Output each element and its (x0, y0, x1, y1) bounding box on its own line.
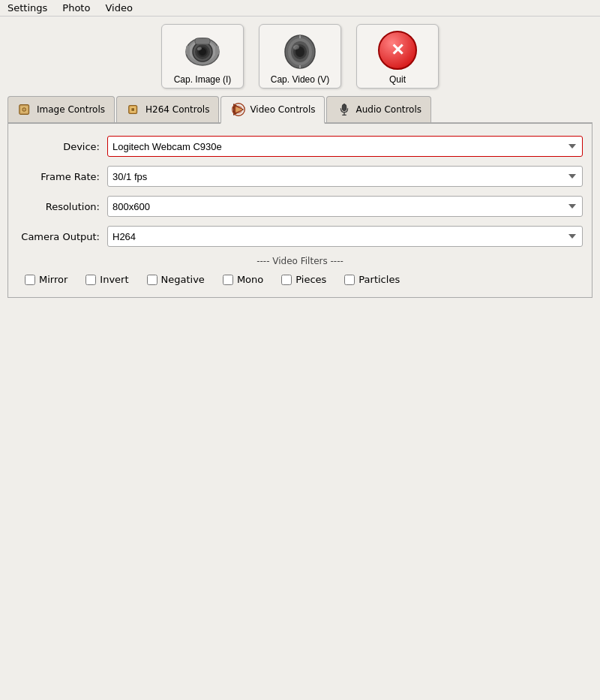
quit-label: Quit (389, 74, 406, 85)
tab-h264-controls-label: H264 Controls (146, 104, 209, 115)
cap-image-icon (182, 29, 224, 71)
frame-rate-select[interactable]: 30/1 fps (107, 166, 583, 187)
tab-image-controls-label: Image Controls (37, 104, 105, 115)
invert-checkbox[interactable] (86, 275, 96, 285)
main-content: Cap. Image (I) (0, 17, 600, 305)
tab-image-controls[interactable]: Image Controls (8, 96, 115, 122)
cap-image-label: Cap. Image (I) (174, 74, 232, 85)
resolution-label: Resolution: (17, 201, 107, 212)
video-controls-icon (230, 101, 247, 118)
cap-video-button[interactable]: Cap. Video (V) (259, 24, 341, 89)
svg-rect-24 (131, 108, 134, 111)
controls-panel: Device: Logitech Webcam C930e Frame Rate… (8, 124, 592, 298)
frame-rate-row: Frame Rate: 30/1 fps (17, 166, 583, 187)
tabs: Image Controls H264 Controls Video Contr… (8, 96, 592, 124)
particles-label: Particles (358, 274, 400, 285)
mirror-checkbox[interactable] (25, 275, 35, 285)
resolution-select[interactable]: 800x600 (107, 196, 583, 217)
video-filters-title: ---- Video Filters ---- (17, 256, 583, 266)
mono-checkbox[interactable] (223, 275, 233, 285)
mirror-label: Mirror (39, 274, 68, 285)
pieces-label: Pieces (296, 274, 326, 285)
cap-image-button[interactable]: Cap. Image (I) (161, 24, 244, 89)
menu-photo[interactable]: Photo (58, 1, 94, 15)
h264-controls-icon (126, 101, 142, 118)
filter-pieces: Pieces (281, 274, 326, 285)
tab-h264-controls[interactable]: H264 Controls (116, 96, 219, 122)
device-label: Device: (17, 141, 107, 152)
svg-point-29 (343, 104, 347, 111)
mono-label: Mono (237, 274, 263, 285)
device-row: Device: Logitech Webcam C930e (17, 136, 583, 157)
camera-output-label: Camera Output: (17, 231, 107, 242)
negative-checkbox[interactable] (147, 275, 158, 285)
tab-video-controls[interactable]: Video Controls (220, 96, 325, 124)
svg-point-21 (22, 108, 26, 111)
menu-settings[interactable]: Settings (3, 1, 52, 15)
tab-audio-controls[interactable]: Audio Controls (326, 96, 431, 122)
resolution-row: Resolution: 800x600 (17, 196, 583, 217)
menu-video[interactable]: Video (100, 1, 136, 15)
svg-rect-9 (215, 46, 219, 55)
filter-negative: Negative (147, 274, 205, 285)
filters-row: Mirror Invert Negative Mono (17, 274, 583, 285)
filter-invert: Invert (86, 274, 128, 285)
quit-icon: ✕ (376, 29, 418, 71)
image-controls-icon (17, 101, 34, 118)
svg-rect-7 (195, 38, 210, 44)
cap-video-label: Cap. Video (V) (271, 74, 330, 85)
camera-output-row: Camera Output: H264 (17, 226, 583, 247)
frame-rate-label: Frame Rate: (17, 171, 107, 182)
menubar: Settings Photo Video (0, 0, 600, 17)
negative-label: Negative (161, 274, 205, 285)
device-select[interactable]: Logitech Webcam C930e (107, 136, 583, 157)
tab-audio-controls-label: Audio Controls (356, 104, 422, 115)
tab-video-controls-label: Video Controls (250, 104, 315, 115)
audio-controls-icon (336, 101, 352, 118)
video-filters-section: ---- Video Filters ---- Mirror Invert Ne… (17, 256, 583, 285)
svg-rect-8 (186, 46, 190, 55)
cap-video-icon (279, 29, 321, 71)
pieces-checkbox[interactable] (281, 275, 292, 285)
filter-particles: Particles (344, 274, 400, 285)
filter-mirror: Mirror (25, 274, 68, 285)
quit-button[interactable]: ✕ Quit (356, 24, 439, 89)
particles-checkbox[interactable] (344, 275, 355, 285)
camera-output-select[interactable]: H264 (107, 226, 583, 247)
filter-mono: Mono (223, 274, 263, 285)
invert-label: Invert (100, 274, 128, 285)
toolbar: Cap. Image (I) (8, 24, 592, 89)
